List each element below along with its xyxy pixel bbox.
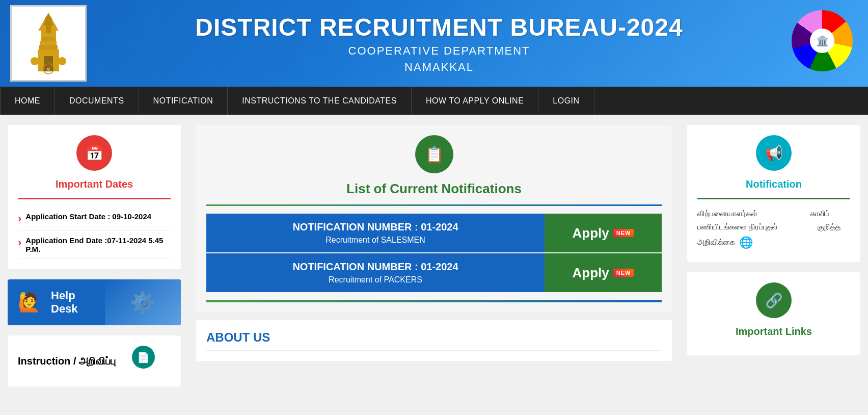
date-item-end: Application End Date :07-11-2024 5.45 P.… [18, 231, 171, 259]
main-nav: HOME DOCUMENTS NOTIFICATION INSTRUCTIONS… [0, 87, 868, 115]
globe-icon: 🌐 [739, 236, 753, 249]
notification-number-1: NOTIFICATION NUMBER : 01-2024 [216, 221, 534, 233]
instruction-title: Instruction / அறிவிப்பு [18, 355, 116, 367]
helpdesk-icon: 🙋 [8, 284, 51, 321]
nav-documents[interactable]: DOCUMENTS [55, 87, 139, 115]
notification-info-2: NOTIFICATION NUMBER : 01-2024 Recruitmen… [206, 253, 545, 292]
about-us-title: ABOUT US [206, 330, 662, 351]
center-content: 📋 List of Current Notifications NOTIFICA… [188, 125, 680, 386]
notification-subtitle-1: Recruitment of SALESMEN [216, 236, 534, 245]
notifications-card: 📋 List of Current Notifications NOTIFICA… [196, 125, 672, 313]
main-title: DISTRICT RECRUITMENT BUREAU-2024 [87, 13, 792, 41]
notification-row-2: NOTIFICATION NUMBER : 01-2024 Recruitmen… [206, 253, 662, 292]
left-sidebar: 📅 Important Dates Application Start Date… [0, 125, 188, 386]
emblem-logo: 🦁 [15, 10, 82, 76]
important-dates-card: 📅 Important Dates Application Start Date… [8, 125, 181, 269]
important-dates-title: Important Dates [18, 178, 171, 190]
nav-home[interactable]: HOME [0, 87, 55, 115]
apply-btn-label-1: Apply NEW [573, 225, 634, 241]
nav-login[interactable]: LOGIN [538, 87, 594, 115]
notification-sidebar-card: 📢 Notification விற்பனையாளர்கள் காலிப் பண… [687, 125, 860, 262]
notification-text: விற்பனையாளர்கள் காலிப் பணியிடங்களை நிரப்… [697, 207, 850, 252]
about-us-preview: ABOUT US [196, 320, 672, 361]
apply-button-2[interactable]: Apply NEW [545, 253, 662, 292]
right-sidebar: 📢 Notification விற்பனையாளர்கள் காலிப் பண… [680, 125, 868, 386]
important-links-title: Important Links [697, 326, 850, 338]
apply-btn-label-2: Apply NEW [573, 265, 634, 281]
svg-text:🦁: 🦁 [46, 67, 51, 72]
new-badge-1: NEW [613, 229, 634, 237]
header: 🦁 DISTRICT RECRUITMENT BUREAU-2024 COOPE… [0, 0, 868, 87]
new-badge-2: NEW [613, 269, 634, 277]
header-logo-left: 🦁 [10, 5, 87, 82]
nav-notification[interactable]: NOTIFICATION [139, 87, 228, 115]
notification-row-1: NOTIFICATION NUMBER : 01-2024 Recruitmen… [206, 214, 662, 252]
date-item-start: Application Start Date : 09-10-2024 [18, 207, 171, 231]
main-content: 📅 Important Dates Application Start Date… [0, 115, 868, 397]
help-desk-card[interactable]: 🙋 Help Desk ⚙️ [8, 279, 181, 325]
important-links-preview: 🔗 Important Links [687, 272, 860, 355]
rainbow-emblem: 🏛️ [792, 10, 853, 71]
important-links-icon: 🔗 [756, 282, 792, 318]
notifications-title: List of Current Notifications [206, 181, 662, 197]
apply-button-1[interactable]: Apply NEW [545, 214, 662, 252]
notification-subtitle-2: Recruitment of PACKERS [216, 275, 534, 284]
instruction-card: Instruction / அறிவிப்பு 📄 [8, 335, 181, 386]
svg-rect-4 [42, 37, 55, 41]
svg-rect-3 [43, 33, 53, 37]
help-desk-label: Help Desk [51, 289, 105, 316]
instruction-icon: 📄 [132, 346, 155, 369]
svg-point-10 [58, 57, 66, 65]
notifications-icon: 📋 [415, 135, 453, 173]
notification-sidebar-divider [697, 198, 850, 199]
dates-divider [18, 198, 171, 199]
header-title: DISTRICT RECRUITMENT BUREAU-2024 COOPERA… [87, 13, 792, 74]
svg-point-12 [47, 18, 49, 20]
notification-sidebar-title: Notification [697, 178, 850, 190]
nav-instructions[interactable]: INSTRUCTIONS TO THE CANDIDATES [228, 87, 412, 115]
sub-title-district: NAMAKKAL [87, 61, 792, 74]
svg-rect-5 [40, 41, 57, 45]
bottom-gradient-bar [206, 300, 662, 302]
notifications-divider [206, 204, 662, 206]
svg-rect-6 [39, 45, 58, 49]
sub-title-dept: COOPERATIVE DEPARTMENT [87, 44, 792, 58]
notification-number-2: NOTIFICATION NUMBER : 01-2024 [216, 261, 534, 273]
nav-how-to-apply[interactable]: HOW TO APPLY ONLINE [412, 87, 538, 115]
notification-info-1: NOTIFICATION NUMBER : 01-2024 Recruitmen… [206, 214, 545, 252]
notification-sidebar-icon: 📢 [756, 135, 792, 171]
svg-point-9 [31, 57, 39, 65]
calendar-icon: 📅 [76, 135, 112, 171]
help-desk-bg-image: ⚙️ [105, 279, 181, 325]
header-logo-right: 🏛️ [792, 10, 858, 76]
